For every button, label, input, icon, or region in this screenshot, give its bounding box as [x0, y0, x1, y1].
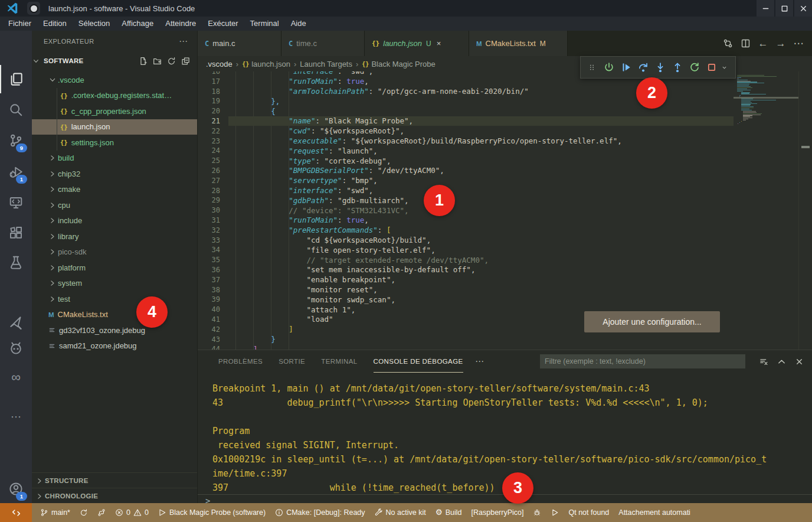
tree-item-test[interactable]: test [32, 291, 198, 307]
status-item-build[interactable]: ⚙Build [431, 503, 467, 522]
activity-search[interactable] [0, 96, 32, 124]
menu-selection[interactable]: Sélection [73, 17, 116, 31]
tree-item-platform[interactable]: platform [32, 260, 198, 276]
minimize-button[interactable] [757, 0, 774, 17]
status-item-bug[interactable] [528, 503, 546, 522]
minimap[interactable] [734, 71, 798, 350]
activity-vs-solution[interactable]: ∞ [0, 363, 32, 392]
add-configuration-button[interactable]: Ajouter une configuration... [584, 311, 720, 332]
panel-tab-terminal[interactable]: TERMINAL [321, 350, 357, 373]
status-item-qt-not-found[interactable]: Qt not found [564, 503, 614, 522]
panel-tab-proble-mes[interactable]: PROBLÈMES [218, 350, 263, 373]
panel-tab-console-de-de-bogage[interactable]: CONSOLE DE DÉBOGAGE [374, 350, 463, 373]
menu-atteindre[interactable]: Atteindre [159, 17, 202, 31]
nav-forward[interactable]: → [773, 36, 788, 51]
open-changes[interactable] [720, 36, 735, 51]
tree-item-.vscode[interactable]: .vscode [32, 72, 198, 88]
new-folder-icon[interactable] [153, 57, 162, 66]
menu-aide[interactable]: Aide [285, 17, 312, 31]
console-filter-input[interactable] [540, 354, 745, 368]
activity-remote-explorer[interactable] [0, 188, 32, 217]
status-item-raspberrypico[interactable]: [RaspberryPico] [467, 503, 529, 522]
activity-platformio[interactable] [0, 334, 32, 362]
status-label: [RaspberryPico] [472, 508, 524, 517]
debug-step-over-button[interactable] [634, 58, 651, 76]
status-item-black-magic-probe-software[interactable]: Black Magic Probe (software) [153, 503, 270, 522]
status-item-main[interactable]: main* [35, 503, 75, 522]
menu-fichier[interactable]: Fichier [2, 17, 37, 31]
panel-tab-sortie[interactable]: SORTIE [279, 350, 305, 373]
tree-item-build[interactable]: build [32, 151, 198, 167]
debug-stop-button[interactable] [703, 58, 720, 76]
more-actions[interactable]: ⋯ [791, 36, 806, 51]
split-editor[interactable] [738, 36, 753, 51]
status-item-play[interactable] [546, 503, 564, 522]
maximize-button[interactable] [775, 0, 793, 17]
debug-power-button[interactable] [600, 58, 617, 76]
menu-edition[interactable]: Edition [37, 17, 73, 31]
panel-maximize-icon[interactable] [777, 357, 786, 366]
explorer-more-icon[interactable]: ⋯ [179, 36, 188, 47]
new-file-icon[interactable] [139, 57, 148, 66]
menu-affichage[interactable]: Affichage [116, 17, 159, 31]
status-item-attachement-automati[interactable]: Attachement automati [614, 503, 695, 522]
status-remote-indicator[interactable] [0, 503, 32, 522]
activity-accounts[interactable]: 1 [0, 475, 32, 503]
tree-item-system[interactable]: system [32, 276, 198, 292]
workspace-section-header[interactable]: SOFTWARE [32, 53, 197, 68]
activity-testing[interactable] [0, 248, 32, 276]
status-item-sync[interactable] [75, 503, 93, 522]
tree-item-gd32vf103_ozone.jdebug[interactable]: gd32vf103_ozone.jdebug [32, 322, 198, 338]
code-editor[interactable]: 16 "interface": "swd",17 "runToMain": tr… [198, 67, 734, 350]
debug-step-out-button[interactable] [669, 58, 686, 76]
activity-explorer[interactable] [0, 65, 32, 93]
tree-item-pico-sdk[interactable]: pico-sdk [32, 244, 198, 260]
status-item-compare[interactable] [93, 503, 110, 522]
tab-time.c[interactable]: Ctime.c [281, 31, 365, 56]
collapse-all-icon[interactable] [181, 57, 190, 66]
status-item-no-active-kit[interactable]: No active kit [370, 503, 431, 522]
code-line-33: 33 "cd ${workspaceRoot}/build", [198, 235, 734, 245]
debug-stop-chevron[interactable] [720, 58, 728, 76]
debug-continue-button[interactable] [617, 58, 634, 76]
status-item-0[interactable]: 00 [110, 503, 153, 522]
tree-item-library[interactable]: library [32, 229, 198, 244]
tree-item-chip32[interactable]: chip32 [32, 166, 198, 182]
tab-launch.json[interactable]: {}launch.jsonU× [365, 31, 469, 56]
activity-more-views[interactable]: ⋯ [0, 403, 32, 431]
editor-scrollbar[interactable] [798, 56, 812, 350]
menu-terminal[interactable]: Terminal [244, 17, 285, 31]
menu-executer[interactable]: Exécuter [202, 17, 244, 31]
activity-source-control[interactable]: 9 [0, 126, 32, 155]
section-chronologie[interactable]: CHRONOLOGIE [32, 488, 197, 503]
refresh-icon[interactable] [167, 57, 176, 66]
close-icon[interactable]: × [437, 39, 441, 48]
tree-item-samd21_ozone.jdebug[interactable]: samd21_ozone.jdebug [32, 338, 198, 354]
close-button[interactable] [794, 0, 812, 17]
minimap-line [743, 120, 746, 120]
filter-list-icon[interactable] [759, 357, 768, 366]
activity-extensions[interactable] [0, 218, 32, 247]
panel-more-icon[interactable]: ⋯ [475, 350, 484, 373]
nav-back[interactable]: ← [755, 36, 771, 51]
breadcrumb-item-2[interactable]: Launch Targets [300, 60, 352, 68]
tree-item-CMakeLists.txt[interactable]: MCMakeLists.txtM [32, 307, 198, 323]
code-line-22: 22 "cwd": "${workspaceRoot}", [198, 126, 734, 136]
panel-close-icon[interactable] [795, 357, 804, 366]
tab-main.c[interactable]: Cmain.c [198, 31, 281, 56]
tree-item-cmake[interactable]: cmake [32, 182, 198, 198]
activity-accounts-badge: 1 [16, 492, 27, 501]
explorer-title: EXPLORATEUR [44, 38, 94, 45]
tree-item-cpu[interactable]: cpu [32, 197, 198, 213]
debug-step-into-button[interactable] [651, 58, 669, 76]
breadcrumb-item-0[interactable]: .vscode [206, 60, 233, 68]
debug-restart-button[interactable] [686, 58, 703, 76]
breadcrumb-item-1[interactable]: {}launch.json [242, 60, 290, 68]
tree-item-include[interactable]: include [32, 213, 198, 229]
status-item-cmake-debug-ready[interactable]: CMake: [Debug]: Ready [270, 503, 369, 522]
activity-cmake-tools[interactable] [0, 308, 32, 337]
activity-run-debug[interactable]: 1 [0, 158, 32, 186]
section-structure[interactable]: STRUCTURE [32, 472, 197, 488]
breadcrumb-item-3[interactable]: {}Black Magic Probe [362, 60, 435, 68]
tab-CMakeLists.txt[interactable]: MCMakeLists.txtM [469, 31, 568, 56]
